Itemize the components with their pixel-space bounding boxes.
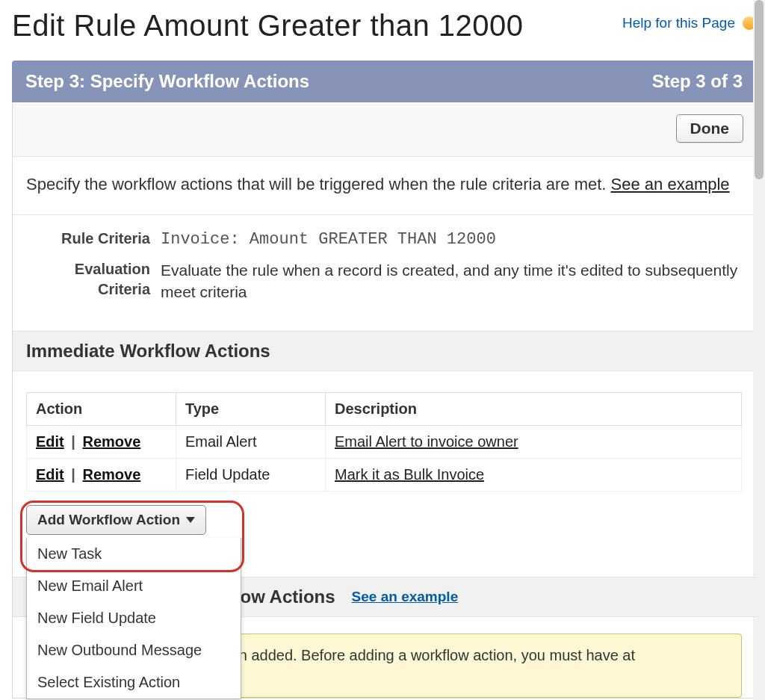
remove-link[interactable]: Remove	[83, 466, 141, 483]
evaluation-criteria-label: Evaluation Criteria	[26, 259, 161, 303]
remove-link[interactable]: Remove	[83, 433, 141, 450]
table-row: Edit | Remove Email Alert Email Alert to…	[27, 426, 742, 459]
row-type: Email Alert	[176, 426, 326, 459]
col-description: Description	[326, 393, 742, 426]
menu-item-new-email-alert[interactable]: New Email Alert	[27, 570, 241, 602]
col-action: Action	[27, 393, 176, 426]
add-workflow-action-button[interactable]: Add Workflow Action	[26, 505, 206, 535]
step-bar: Step 3: Specify Workflow Actions Step 3 …	[12, 61, 756, 102]
immediate-workflow-actions-heading: Immediate Workflow Actions	[13, 332, 755, 371]
row-type: Field Update	[176, 459, 326, 492]
add-workflow-action-menu: New Task New Email Alert New Field Updat…	[26, 538, 241, 699]
table-row: Edit | Remove Field Update Mark it as Bu…	[27, 459, 742, 492]
add-workflow-action-label: Add Workflow Action	[37, 512, 180, 528]
immediate-actions-table: Action Type Description Edit | Remove Em…	[26, 392, 742, 492]
menu-item-new-field-update[interactable]: New Field Update	[27, 602, 241, 634]
done-button[interactable]: Done	[676, 114, 744, 143]
action-separator: |	[68, 433, 78, 450]
col-type: Type	[176, 393, 326, 426]
instruction-body: Specify the workflow actions that will b…	[26, 175, 611, 193]
step-bar-title: Step 3: Specify Workflow Actions	[25, 71, 309, 92]
page-title: Edit Rule Amount Greater than 12000	[12, 9, 524, 43]
menu-item-new-task[interactable]: New Task	[27, 538, 241, 570]
see-an-example-link-2[interactable]: See an example	[352, 589, 459, 605]
see-an-example-link[interactable]: See an example	[611, 175, 730, 193]
row-description-link[interactable]: Mark it as Bulk Invoice	[335, 466, 484, 483]
evaluation-criteria-value: Evaluate the rule when a record is creat…	[161, 259, 742, 303]
time-dependent-heading-text: ow Actions	[240, 586, 335, 607]
step-bar-counter: Step 3 of 3	[652, 71, 743, 92]
help-link-text: Help for this Page	[622, 15, 735, 31]
menu-item-select-existing-action[interactable]: Select Existing Action	[27, 666, 241, 699]
instruction-text: Specify the workflow actions that will b…	[13, 157, 755, 215]
menu-item-new-outbound-message[interactable]: New Outbound Message	[27, 634, 241, 666]
edit-link[interactable]: Edit	[36, 466, 64, 483]
scrollbar-thumb[interactable]	[755, 0, 764, 179]
rule-criteria-label: Rule Criteria	[26, 229, 161, 252]
help-for-this-page-link[interactable]: Help for this Page	[622, 15, 756, 31]
edit-link[interactable]: Edit	[36, 433, 64, 450]
action-separator: |	[68, 466, 78, 483]
rule-criteria-value: Invoice: Amount GREATER THAN 12000	[161, 229, 742, 252]
chevron-down-icon	[186, 517, 195, 523]
row-description-link[interactable]: Email Alert to invoice owner	[335, 433, 518, 450]
